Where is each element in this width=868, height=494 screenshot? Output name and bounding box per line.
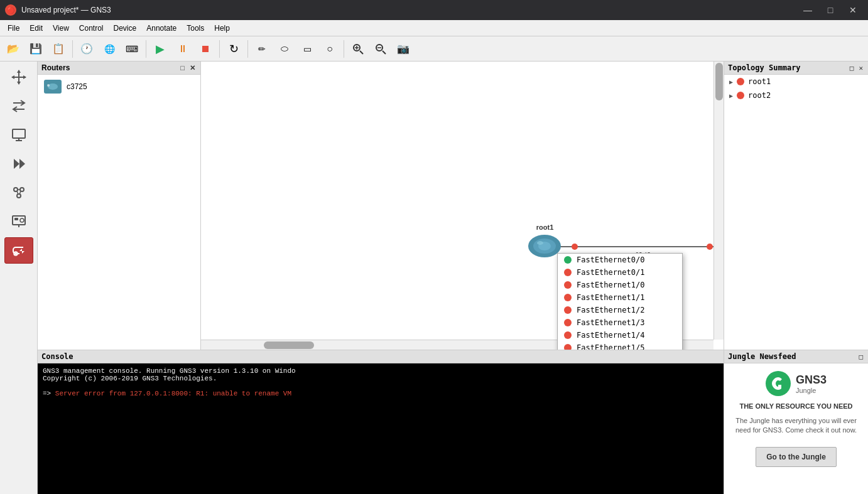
topology-restore-button[interactable]: □	[849, 64, 855, 72]
network-button[interactable]: 🌐	[99, 38, 120, 60]
svg-marker-28	[19, 249, 24, 254]
jungle-header: Jungle Newsfeed □	[724, 350, 868, 363]
interface-label-5: FastEthernet1/3	[577, 318, 644, 327]
topo-expand-root1: ▶	[729, 78, 733, 85]
refresh-net-button[interactable]	[4, 180, 33, 206]
topology-items: ▶ root1 ▶ root2	[724, 75, 868, 102]
swap-tool-button[interactable]	[4, 93, 33, 119]
device-config-button[interactable]	[4, 208, 33, 235]
svg-marker-17	[19, 159, 25, 169]
snapshot-button[interactable]: 📋	[48, 38, 69, 60]
canvas-scrollbar-v[interactable]	[713, 62, 724, 340]
jungle-goto-button[interactable]: Go to the Jungle	[756, 447, 837, 467]
svg-point-34	[47, 84, 50, 87]
interface-item-3[interactable]: FastEthernet1/1	[558, 291, 682, 304]
console-line-4: => Server error from 127.0.0.1:8000: R1:…	[43, 390, 719, 397]
jungle-restore-button[interactable]: □	[857, 353, 864, 361]
interface-status-dot-0	[564, 256, 572, 264]
save-button[interactable]: 💾	[25, 38, 46, 60]
interface-item-0[interactable]: FastEthernet0/0	[558, 254, 682, 266]
screenshot-button[interactable]: 📷	[393, 38, 414, 60]
routers-header: Routers □ ✕	[38, 62, 200, 75]
zoom-out-button[interactable]	[370, 38, 391, 60]
topo-label-root2: root2	[748, 91, 771, 100]
open-folder-button[interactable]: 📂	[3, 38, 24, 60]
interface-item-1[interactable]: FastEthernet0/1	[558, 266, 682, 279]
topology-item-root1[interactable]: ▶ root1	[724, 75, 868, 89]
jungle-panel-controls: □	[857, 353, 864, 361]
gns3-jungle-logo: GNS3 Jungle	[766, 371, 827, 396]
scrollbar-thumb-h[interactable]	[264, 341, 314, 349]
jungle-panel: Jungle Newsfeed □ GNS3 Jungle	[724, 350, 868, 494]
menubar: FileEditViewControlDeviceAnnotateToolsHe…	[0, 20, 868, 36]
interface-item-4[interactable]: FastEthernet1/2	[558, 304, 682, 316]
router-icon-c3725	[44, 80, 62, 94]
interface-item-6[interactable]: FastEthernet1/4	[558, 329, 682, 341]
play-button[interactable]: ▶	[149, 38, 171, 60]
router-item-c3725[interactable]: c3725	[40, 77, 198, 96]
routers-close-button[interactable]: ✕	[188, 64, 197, 72]
topology-item-root2[interactable]: ▶ root2	[724, 89, 868, 102]
svg-point-36	[572, 244, 578, 250]
interface-item-2[interactable]: FastEthernet1/0	[558, 279, 682, 291]
routers-panel: Routers □ ✕ c3725	[38, 62, 201, 350]
minimize-button[interactable]: —	[798, 1, 818, 19]
move-tool-button[interactable]	[4, 64, 33, 90]
svg-marker-12	[23, 75, 26, 79]
router-label-c3725: c3725	[67, 82, 87, 91]
svg-line-1	[360, 51, 363, 54]
jungle-body: GNS3 Jungle THE ONLY RESOURCE YOU NEED T…	[724, 363, 868, 494]
stop-button[interactable]: ⏹	[195, 38, 216, 60]
pause-button[interactable]: ⏸	[172, 38, 193, 60]
topology-header: Topology Summary □ ✕	[724, 62, 868, 75]
toolbar: 📂 💾 📋 🕐 🌐 ⌨ ▶ ⏸ ⏹ ↻ ✏ ⬭ ▭ ○ 📷	[0, 36, 868, 62]
menu-item-control[interactable]: Control	[74, 23, 109, 34]
forward-button[interactable]	[4, 151, 33, 177]
menu-item-view[interactable]: View	[48, 23, 74, 34]
gns3-logo-main: GNS3	[796, 373, 827, 387]
reload-button[interactable]: ↻	[223, 38, 244, 60]
scrollbar-thumb-v[interactable]	[715, 63, 723, 100]
menu-item-annotate[interactable]: Annotate	[141, 23, 182, 34]
interface-item-5[interactable]: FastEthernet1/3	[558, 316, 682, 329]
rect-button[interactable]: ▭	[296, 38, 318, 60]
interface-dropdown: FastEthernet0/0FastEthernet0/1FastEthern…	[557, 253, 683, 350]
monitor-button[interactable]	[4, 122, 33, 148]
maximize-button[interactable]: □	[820, 1, 840, 19]
menu-item-tools[interactable]: Tools	[182, 23, 209, 34]
menu-item-device[interactable]: Device	[109, 23, 142, 34]
interface-label-7: FastEthernet1/5	[577, 343, 644, 350]
console-line-1: GNS3 management console. Running GNS3 ve…	[43, 367, 719, 375]
cancel-action-button[interactable]	[4, 237, 33, 264]
svg-point-33	[48, 83, 58, 90]
topology-close-button[interactable]: ✕	[857, 64, 864, 72]
menu-item-edit[interactable]: Edit	[24, 23, 48, 34]
routers-panel-controls: □ ✕	[179, 64, 197, 72]
menu-item-file[interactable]: File	[3, 23, 24, 34]
terminal-button[interactable]: ⌨	[121, 38, 143, 60]
close-button[interactable]: ✕	[843, 1, 863, 19]
schedule-button[interactable]: 🕐	[76, 38, 97, 60]
jungle-desc: The Jungle has everything you will ever …	[732, 416, 860, 436]
interface-item-7[interactable]: FastEthernet1/5	[558, 341, 682, 350]
edit-button[interactable]: ✏	[251, 38, 273, 60]
circle-button[interactable]: ○	[319, 38, 340, 60]
zoom-in-button[interactable]	[347, 38, 369, 60]
svg-rect-24	[13, 216, 25, 225]
svg-marker-10	[17, 82, 21, 85]
svg-marker-11	[11, 75, 14, 79]
menu-item-help[interactable]: Help	[209, 23, 235, 34]
interface-status-dot-4	[564, 306, 572, 314]
toolbar-separator-1	[72, 40, 73, 58]
jungle-title: Jungle Newsfeed	[728, 352, 796, 361]
interface-status-dot-3	[564, 294, 572, 301]
routers-restore-button[interactable]: □	[179, 64, 186, 72]
interface-label-1: FastEthernet0/1	[577, 268, 644, 277]
toolbar-separator-2	[146, 40, 146, 58]
console-header: Console	[38, 350, 724, 363]
gns3-logo-sub: Jungle	[796, 387, 827, 394]
svg-point-20	[17, 194, 21, 198]
ellipse-button[interactable]: ⬭	[274, 38, 295, 60]
canvas-area[interactable]: f0/0 root1 root2	[201, 62, 724, 350]
topo-label-root1: root1	[748, 77, 771, 86]
